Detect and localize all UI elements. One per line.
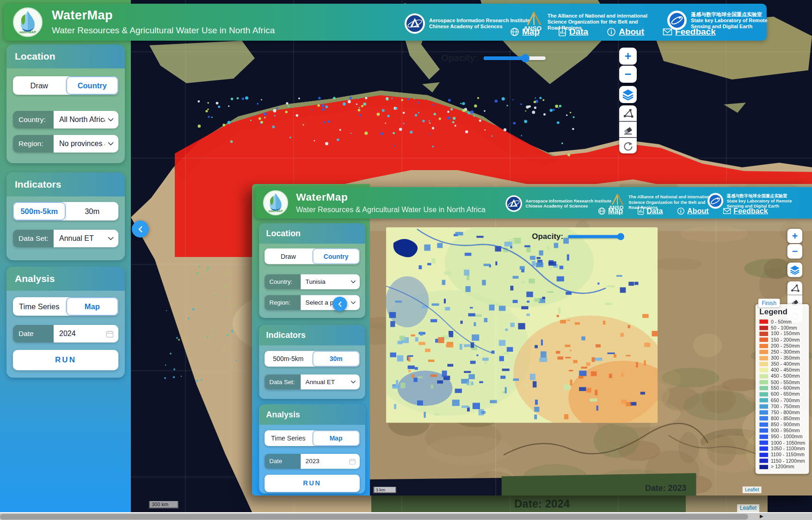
tab-500m-5km[interactable]: 500m-5km: [13, 202, 66, 220]
legend-label: 1100 - 1150mm: [771, 452, 805, 458]
nav-data[interactable]: Data: [637, 207, 663, 215]
zoom-in-button[interactable]: +: [787, 229, 802, 243]
eraser-icon: [622, 124, 634, 135]
location-mode-tabs: Draw Country: [13, 76, 118, 95]
location-panel: Location Draw Country Country: All North…: [6, 44, 125, 163]
layers-button[interactable]: [619, 86, 637, 103]
date-row: Date 2024: [13, 325, 118, 343]
run-button[interactable]: RUN: [13, 350, 118, 370]
layers-icon: [790, 265, 800, 275]
country-select[interactable]: All North Africa: [54, 111, 118, 128]
tab-map[interactable]: Map: [312, 430, 360, 446]
tab-map[interactable]: Map: [66, 297, 119, 316]
dataset-select[interactable]: Annual ET: [54, 230, 118, 247]
tab-500m-5km[interactable]: 500m-5km: [265, 351, 312, 367]
tab-country[interactable]: Country: [312, 248, 360, 264]
dataset-row: Data Set: Annual ET: [13, 230, 118, 247]
app-title: WaterMap: [296, 191, 348, 203]
legend-label: 900 - 950mm: [771, 428, 800, 434]
location-mode-tabs: Draw Country: [265, 248, 360, 264]
calendar-icon: [106, 330, 114, 338]
date-label: Date: [13, 325, 54, 343]
legend-label: > 1200mm: [771, 464, 794, 470]
leaflet-attribution[interactable]: Leaflet: [743, 487, 762, 493]
tab-draw[interactable]: Draw: [265, 248, 312, 264]
tab-30m[interactable]: 30m: [312, 351, 360, 367]
data-chart-icon: [637, 207, 644, 215]
header-nav: Map Data About: [598, 207, 768, 215]
legend-item: 150 - 200mm: [759, 337, 806, 343]
date-input[interactable]: 2023: [301, 454, 360, 469]
info-icon: [607, 27, 616, 37]
date-row: Date 2023: [265, 454, 360, 469]
region-select[interactable]: No provinces a: [54, 135, 118, 153]
zoom-out-button[interactable]: −: [787, 244, 802, 258]
nav-data[interactable]: Data: [558, 27, 588, 37]
draw-polygon-button[interactable]: [619, 105, 637, 121]
eraser-button[interactable]: [619, 122, 637, 137]
legend-item: 350 - 400mm: [759, 361, 806, 367]
analysis-panel: Analysis Time Series Map Date 2023 RUN: [259, 404, 365, 494]
legend-item: 1050 - 1100mm: [759, 446, 806, 452]
draw-polygon-button[interactable]: [787, 281, 802, 295]
opacity-slider-thumb[interactable]: [521, 54, 529, 62]
opacity-slider-thumb[interactable]: [617, 233, 624, 240]
legend-swatch: [759, 416, 768, 421]
layers-button[interactable]: [787, 263, 802, 277]
nav-map[interactable]: Map: [510, 27, 540, 37]
legend-swatch: [759, 440, 768, 445]
legend-swatch: [759, 398, 768, 402]
calendar-icon: [349, 458, 356, 465]
legend-swatch: [759, 332, 768, 336]
sidebar-collapse-button[interactable]: [132, 220, 149, 238]
inner-map-canvas[interactable]: [370, 184, 812, 496]
tab-time-series[interactable]: Time Series: [265, 430, 312, 446]
legend-item: 550 - 600mm: [759, 385, 806, 391]
scrollbar-right-arrow-icon[interactable]: ▶: [760, 514, 763, 519]
opacity-slider[interactable]: [568, 235, 621, 238]
dataset-select[interactable]: Annual ET: [301, 374, 360, 389]
leaflet-attribution[interactable]: Leaflet: [737, 504, 759, 512]
nav-feedback[interactable]: Feedback: [663, 27, 716, 37]
legend-label: 800 - 850mm: [771, 416, 800, 421]
legend-item: 700 - 750mm: [759, 404, 806, 410]
legend-label: 1050 - 1100mm: [771, 446, 805, 452]
tab-draw[interactable]: Draw: [13, 76, 66, 95]
region-select[interactable]: Select a provin: [301, 295, 360, 310]
country-row: Country: All North Africa: [13, 111, 118, 128]
inner-window: waterMAP WaterMap Water Resources & Agri…: [252, 184, 812, 496]
legend-item: 650 - 700mm: [759, 398, 806, 404]
nav-about[interactable]: About: [607, 27, 644, 37]
horizontal-scrollbar[interactable]: ▶: [0, 512, 812, 520]
legend-item: 200 - 250mm: [759, 343, 806, 349]
indicators-panel-title: Indicators: [6, 172, 125, 196]
country-select[interactable]: Tunisia: [301, 275, 360, 289]
legend-swatch: [759, 434, 768, 439]
tab-30m[interactable]: 30m: [66, 202, 119, 220]
scrollbar-thumb[interactable]: [0, 514, 748, 520]
draw-polygon-icon: [622, 108, 634, 119]
legend-item: 50 - 100mm: [759, 325, 806, 331]
globe-icon: [598, 207, 606, 215]
tab-time-series[interactable]: Time Series: [13, 297, 66, 316]
run-button[interactable]: RUN: [265, 475, 360, 492]
nav-map[interactable]: Map: [598, 207, 623, 215]
opacity-slider[interactable]: [484, 56, 546, 60]
watermap-app: waterMAP WaterMap Water Resources & Agri…: [0, 0, 812, 520]
zoom-out-button[interactable]: −: [619, 66, 637, 83]
zoom-in-button[interactable]: +: [619, 48, 637, 65]
envelope-icon: [663, 28, 672, 36]
legend-label: 50 - 100mm: [771, 325, 797, 330]
region-row: Region: No provinces a: [13, 135, 118, 153]
nav-about[interactable]: About: [677, 207, 709, 215]
legend-label: 400 - 450mm: [771, 367, 800, 373]
reset-rotate-button[interactable]: [619, 138, 637, 153]
legend-item: 900 - 950mm: [759, 428, 806, 434]
tab-country[interactable]: Country: [66, 76, 119, 95]
nav-feedback[interactable]: Feedback: [723, 207, 768, 215]
date-input[interactable]: 2024: [54, 325, 118, 343]
data-chart-icon: [558, 27, 566, 37]
layers-icon: [622, 89, 634, 100]
finish-tooltip[interactable]: Finish: [758, 299, 780, 307]
sidebar-collapse-button[interactable]: [332, 297, 347, 311]
